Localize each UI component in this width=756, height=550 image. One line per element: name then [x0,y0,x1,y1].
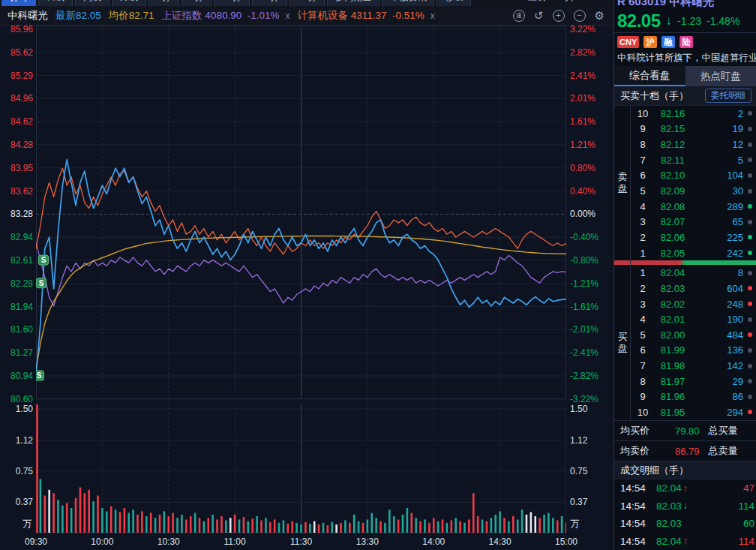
trade-volume: 47 [743,482,754,494]
settings-gear-icon[interactable]: ⚙ [595,9,604,23]
buy-row[interactable]: 881.9729 [614,374,756,389]
book-level: 6 [634,344,652,356]
buy-row[interactable]: 781.98142 [614,358,756,374]
book-dot [748,317,752,322]
index-overlay-label: 上证指数 4080.90 -1.01% [162,9,280,23]
buy-row[interactable]: 282.03604 [614,281,756,296]
buy-row[interactable]: 582.00484 [614,327,756,343]
panel-tab-1[interactable]: 热点盯盘 [686,66,756,86]
book-volume: 248 [727,299,743,310]
sell-row[interactable]: 682.10104 [614,168,756,184]
price-axis-label: 81.60 [0,324,33,335]
order-book-header: 买卖十档（手） 委托明细 [614,86,756,106]
order-detail-button[interactable]: 委托明细 [705,89,752,103]
volume-axis-label: 1.12 [570,435,614,446]
book-level: 3 [634,299,652,310]
period-tab-4[interactable]: 1分 [148,0,179,6]
trade-price: 82.03 [656,518,682,529]
speed-icon[interactable]: 速 [513,10,525,22]
stock-title: R 603019 中科曙光 [614,0,756,9]
book-price: 82.08 [652,201,694,212]
chart-toolbar-icons: 速 ↺ + − ⚙ [513,9,614,23]
buy-row[interactable]: 1081.95294 [614,404,756,420]
trade-row[interactable]: 14:5482.03↓114 [614,497,756,515]
zoom-in-icon[interactable]: + [553,10,565,22]
period-tab-10[interactable]: 个股资讯 [382,0,434,6]
sell-side-label: 卖盘 [617,171,628,195]
book-level: 8 [634,139,652,150]
sell-row[interactable]: 582.0930 [614,183,756,199]
book-dot [748,332,752,337]
period-tab-3[interactable]: 月线 [112,0,146,6]
badge-沪: 沪 [644,36,657,48]
period-tab-11[interactable]: 秒级 [436,0,471,6]
uptick-arrow-icon: ↑ [683,483,688,494]
percent-axis-label: 3.22% [570,24,614,35]
avg-buy-row: 均买价 79.80 总买量 [614,420,756,440]
undo-icon[interactable]: ↺ [534,9,544,23]
svg-text:S: S [41,256,46,264]
trade-row[interactable]: 14:5482.0360 [614,515,756,533]
expand-icon[interactable]: ↗ [584,0,592,4]
book-dot [748,395,752,399]
book-volume: 86 [733,391,743,402]
buy-row[interactable]: 981.9686 [614,389,756,405]
book-volume: 2 [738,108,743,119]
period-tab-1[interactable]: 日线 [38,0,73,6]
period-tab-9[interactable]: 多周期图 [327,0,380,6]
remove-sector-overlay-button[interactable]: x [430,11,435,21]
book-level: 5 [634,185,652,197]
buy-row[interactable]: 681.99136 [614,343,756,359]
percent-axis-label: -1.21% [570,278,614,289]
trade-price: 82.03 [656,500,682,512]
buy-row[interactable]: 182.048 [614,265,756,281]
sell-row[interactable]: 882.1212 [614,137,756,152]
price-axis-label: 82.28 [0,278,33,289]
percent-axis-label: -2.82% [570,371,614,381]
price-axis-label: 83.28 [0,209,33,219]
buy-row[interactable]: 482.01190 [614,311,756,327]
price-axis-label: 80.60 [0,394,33,404]
sell-row[interactable]: 182.05242 [614,245,756,261]
period-tab-0[interactable]: 分时 [2,0,36,6]
period-tab-5[interactable]: 5分 [182,0,212,6]
tool-0[interactable]: 画线 [527,0,545,4]
zoom-out-icon[interactable]: − [574,10,586,22]
volume-axis-label: 1.50 [570,404,614,414]
trade-row[interactable]: 14:5482.04↑114 [614,533,756,550]
book-level: 1 [634,267,652,278]
more-icon[interactable]: » [602,0,608,4]
tool-1[interactable]: 工具 [556,0,574,4]
intraday-chart[interactable]: SSS [36,26,566,534]
book-level: 2 [634,232,652,243]
trade-time: 14:54 [620,536,656,547]
book-price: 81.99 [652,344,694,356]
buy-row[interactable]: 382.02248 [614,296,756,312]
sell-row[interactable]: 1082.162 [614,106,756,122]
trade-row[interactable]: 14:5482.04↑47 [614,479,756,497]
book-volume: 142 [727,360,743,371]
book-volume: 289 [727,201,743,212]
remove-index-overlay-button[interactable]: x [285,11,290,21]
percent-axis-label: -3.22% [570,394,614,404]
period-tab-8[interactable]: 60分 [290,0,325,6]
sell-row[interactable]: 382.0765 [614,214,756,230]
downtick-arrow-icon: ↓ [683,500,688,511]
svg-text:S: S [37,371,42,380]
period-tab-7[interactable]: 30分 [252,0,287,6]
stock-description: 中科院计算所旗下，中国超算行业龙 [614,51,756,66]
book-price: 82.05 [652,248,694,259]
panel-tab-0[interactable]: 综合看盘 [614,66,686,86]
sell-row[interactable]: 782.115 [614,152,756,168]
sell-row[interactable]: 282.06225 [614,230,756,245]
period-tab-2[interactable]: 周线 [75,0,110,6]
book-level: 9 [634,391,652,402]
book-dot [748,364,752,368]
sell-row[interactable]: 982.1519 [614,122,756,137]
book-price: 82.11 [652,155,694,166]
last-price-row: 82.05 ↓ -1.23 -1.48% [614,9,756,33]
badge-融: 融 [662,36,675,48]
sell-row[interactable]: 482.08289 [614,199,756,215]
percent-axis-label: -1.61% [570,302,614,312]
period-tab-6[interactable]: 15分 [214,0,249,6]
